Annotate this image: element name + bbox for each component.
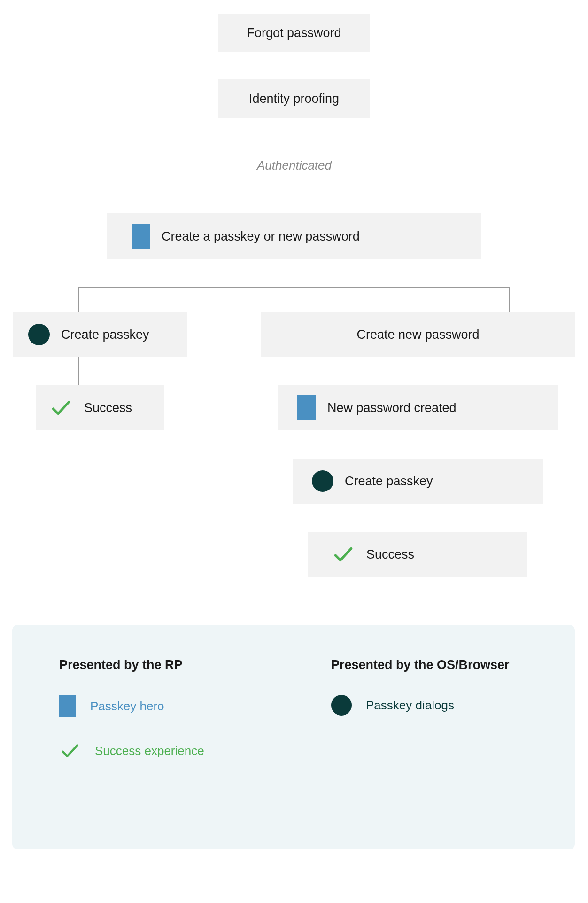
legend-item-success: Success experience <box>59 740 265 762</box>
legend-label: Success experience <box>95 744 204 758</box>
dialog-icon <box>28 324 50 345</box>
dialog-icon <box>312 470 333 492</box>
state-authenticated: Authenticated <box>257 158 332 173</box>
legend-col-rp: Presented by the RP Passkey hero Success… <box>59 658 265 817</box>
connector <box>294 52 294 79</box>
legend-col-os: Presented by the OS/Browser Passkey dial… <box>331 658 537 817</box>
legend-title-os: Presented by the OS/Browser <box>331 658 537 672</box>
legend-label: Passkey dialogs <box>366 698 454 713</box>
connector <box>78 287 510 288</box>
node-forgot-password: Forgot password <box>218 14 370 52</box>
node-label: Forgot password <box>247 26 341 40</box>
hero-icon <box>297 395 316 420</box>
success-icon <box>332 543 355 566</box>
node-create-passkey-right: Create passkey <box>293 459 543 504</box>
success-icon <box>59 740 81 762</box>
node-success-left: Success <box>36 385 164 430</box>
node-label: Success <box>84 401 132 415</box>
node-create-new-password: Create new password <box>261 312 575 357</box>
connector <box>418 430 418 459</box>
node-label: Success <box>366 547 414 562</box>
node-new-password-created: New password created <box>278 385 558 430</box>
node-label: Identity proofing <box>249 92 339 106</box>
hero-icon <box>59 695 76 717</box>
legend-item-hero: Passkey hero <box>59 695 265 717</box>
node-label: New password created <box>327 401 456 415</box>
node-success-right: Success <box>308 532 527 577</box>
legend-panel: Presented by the RP Passkey hero Success… <box>12 625 575 849</box>
dialog-icon <box>331 695 352 716</box>
legend-item-dialogs: Passkey dialogs <box>331 695 537 716</box>
node-create-passkey-or-password: Create a passkey or new password <box>107 213 481 259</box>
node-create-passkey-left: Create passkey <box>13 312 187 357</box>
legend-label: Passkey hero <box>90 699 164 714</box>
legend-title-rp: Presented by the RP <box>59 658 265 672</box>
connector <box>418 357 418 385</box>
connector <box>78 288 79 312</box>
connector <box>294 180 294 213</box>
hero-icon <box>132 224 150 249</box>
node-label: Create passkey <box>345 474 433 489</box>
node-label: Create a passkey or new password <box>162 229 360 244</box>
connector <box>78 357 79 385</box>
node-identity-proofing: Identity proofing <box>218 79 370 118</box>
connector <box>418 504 418 532</box>
success-icon <box>49 396 73 420</box>
node-label: Create new password <box>356 327 479 342</box>
node-label: Create passkey <box>61 327 149 342</box>
connector <box>294 259 294 288</box>
connector <box>294 118 294 151</box>
connector <box>509 288 510 312</box>
